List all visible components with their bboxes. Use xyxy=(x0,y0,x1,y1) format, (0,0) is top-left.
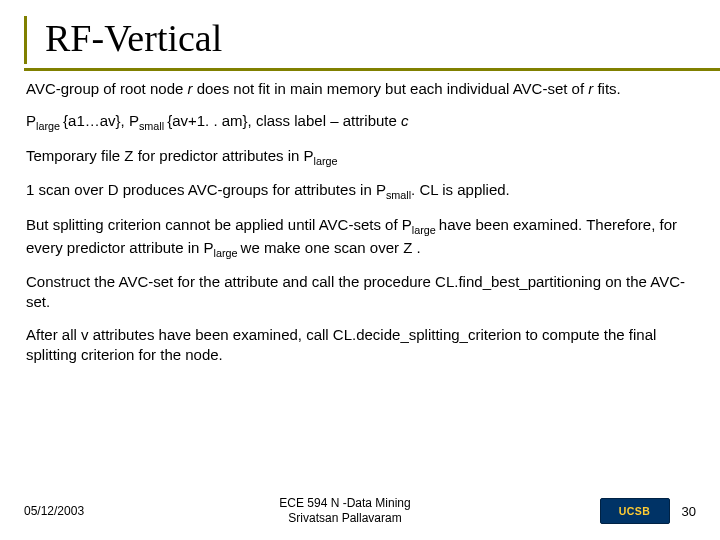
footer-center: ECE 594 N -Data Mining Srivatsan Pallava… xyxy=(114,496,576,526)
text: {a1…av}, P xyxy=(63,112,139,129)
subscript-small: small xyxy=(386,189,411,201)
text: fits. xyxy=(593,80,621,97)
text: P xyxy=(26,112,36,129)
paragraph-5: But splitting criterion cannot be applie… xyxy=(26,215,696,260)
text: But splitting criterion cannot be applie… xyxy=(26,216,412,233)
subscript-large: large xyxy=(214,247,241,259)
text: we make one scan over Z . xyxy=(241,239,421,256)
italic-c: c xyxy=(401,112,409,129)
footer: 05/12/2003 ECE 594 N -Data Mining Srivat… xyxy=(0,496,720,526)
ucsb-logo: UCSB xyxy=(600,498,670,524)
subscript-small: small xyxy=(139,120,167,132)
text: does not fit in main memory but each ind… xyxy=(192,80,588,97)
subscript-large: large xyxy=(314,155,338,167)
text: Temporary file Z for predictor attribute… xyxy=(26,147,314,164)
paragraph-4: 1 scan over D produces AVC-groups for at… xyxy=(26,180,696,203)
footer-date: 05/12/2003 xyxy=(24,504,114,518)
title-block: RF-Vertical xyxy=(24,16,696,64)
slide-body: AVC-group of root node r does not fit in… xyxy=(24,71,696,365)
paragraph-2: Plarge {a1…av}, Psmall {av+1. . am}, cla… xyxy=(26,111,696,134)
footer-course: ECE 594 N -Data Mining xyxy=(114,496,576,511)
paragraph-3: Temporary file Z for predictor attribute… xyxy=(26,146,696,169)
paragraph-7: After all v attributes have been examine… xyxy=(26,325,696,366)
subscript-large: large xyxy=(36,120,63,132)
paragraph-1: AVC-group of root node r does not fit in… xyxy=(26,79,696,99)
footer-author: Srivatsan Pallavaram xyxy=(114,511,576,526)
footer-right: UCSB 30 xyxy=(576,498,696,524)
paragraph-6: Construct the AVC-set for the attribute … xyxy=(26,272,696,313)
text: . CL is applied. xyxy=(411,181,510,198)
slide-number: 30 xyxy=(682,504,696,519)
text: {av+1. . am}, class label – attribute xyxy=(167,112,401,129)
slide: RF-Vertical AVC-group of root node r doe… xyxy=(0,0,720,540)
text: 1 scan over D produces AVC-groups for at… xyxy=(26,181,386,198)
slide-title: RF-Vertical xyxy=(45,16,696,64)
text: AVC-group of root node xyxy=(26,80,187,97)
subscript-large: large xyxy=(412,224,439,236)
